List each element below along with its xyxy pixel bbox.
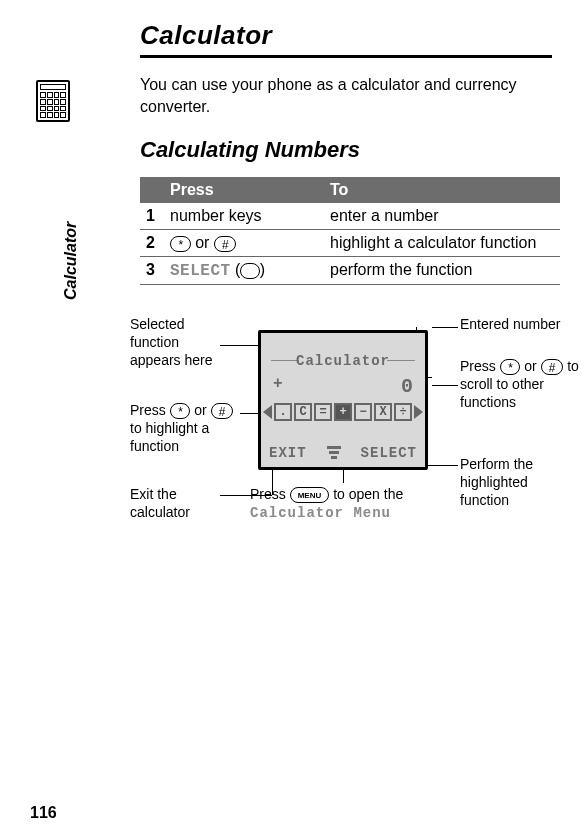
- hash-key-icon: #: [211, 403, 234, 419]
- callout-exit: Exit the calculator: [130, 485, 220, 521]
- col-to: To: [324, 177, 560, 203]
- table-row: 3 SELECT ( ) perform the function: [140, 256, 560, 284]
- select-softkey-label: SELECT: [170, 262, 231, 280]
- star-key-icon: *: [170, 236, 191, 252]
- press-cell: number keys: [164, 203, 324, 230]
- star-key-icon: *: [170, 403, 191, 419]
- func-divide: ÷: [394, 403, 412, 421]
- section-heading: Calculating Numbers: [140, 137, 552, 163]
- table-row: 2 * or # highlight a calculator function: [140, 229, 560, 256]
- menu-bars-icon: [327, 446, 341, 459]
- steps-table: Press To 1 number keys enter a number 2 …: [140, 177, 560, 285]
- star-key-icon: *: [500, 359, 521, 375]
- screen-function-indicator: +: [273, 375, 283, 393]
- screen-title: Calculator: [261, 353, 425, 369]
- page-title: Calculator: [140, 20, 552, 51]
- col-press: Press: [164, 177, 324, 203]
- callout-entered-number: Entered number: [460, 315, 570, 333]
- table-row: 1 number keys enter a number: [140, 203, 560, 230]
- press-cell: SELECT ( ): [164, 256, 324, 284]
- menu-key-icon: MENU: [290, 487, 330, 503]
- intro-text: You can use your phone as a calculator a…: [140, 74, 552, 119]
- press-cell: * or #: [164, 229, 324, 256]
- callout-selected-function: Selected function appears here: [130, 315, 220, 370]
- step-num: 2: [140, 229, 164, 256]
- softkey-select: SELECT: [361, 445, 417, 461]
- hash-key-icon: #: [541, 359, 564, 375]
- step-num: 1: [140, 203, 164, 230]
- hash-key-icon: #: [214, 236, 237, 252]
- scroll-left-arrow-icon: [263, 405, 272, 419]
- softkey-icon: [240, 263, 259, 279]
- func-equals: =: [314, 403, 332, 421]
- step-num: 3: [140, 256, 164, 284]
- to-cell: enter a number: [324, 203, 560, 230]
- func-multiply: X: [374, 403, 392, 421]
- annotated-screen-illustration: Selected function appears here Press * o…: [140, 315, 580, 615]
- screen-display-value: 0: [401, 375, 413, 398]
- phone-screen-mock: Calculator + 0 . C = + − X ÷ EXIT SELECT: [258, 330, 428, 470]
- scroll-right-arrow-icon: [414, 405, 423, 419]
- callout-scroll-functions: Press * or # to scroll to other function…: [460, 357, 580, 412]
- callout-highlight-function: Press * or # to highlight a function: [130, 401, 240, 456]
- side-section-label: Calculator: [62, 222, 80, 300]
- or-text: or: [195, 234, 214, 251]
- func-dot: .: [274, 403, 292, 421]
- to-cell: perform the function: [324, 256, 560, 284]
- page-number: 116: [30, 804, 57, 822]
- calculator-icon: [36, 80, 70, 122]
- function-row: . C = + − X ÷: [269, 403, 417, 421]
- to-cell: highlight a calculator function: [324, 229, 560, 256]
- calculator-menu-text: Calculator Menu: [250, 505, 391, 521]
- func-clear: C: [294, 403, 312, 421]
- callout-perform-function: Perform the highlighted function: [460, 455, 580, 510]
- func-minus: −: [354, 403, 372, 421]
- title-rule: [140, 55, 552, 58]
- callout-open-menu: Press MENU to open the Calculator Menu: [250, 485, 450, 522]
- func-plus: +: [334, 403, 352, 421]
- softkey-exit: EXIT: [269, 445, 307, 461]
- manual-page: Calculator Calculator You can use your p…: [0, 0, 582, 840]
